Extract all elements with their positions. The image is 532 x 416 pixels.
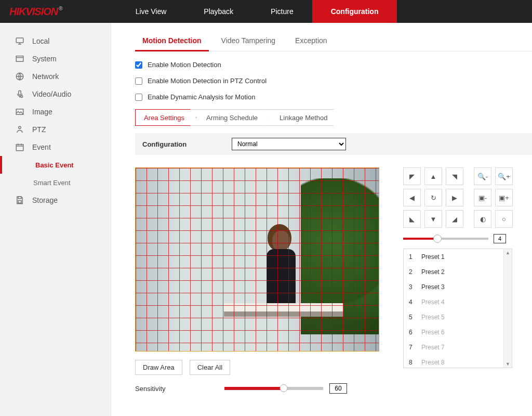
svg-rect-9 [18,201,21,203]
ptz-down-left[interactable]: ◣ [403,210,421,228]
zoom-out-button[interactable]: 🔍- [474,167,491,185]
checkbox-label: Enable Dynamic Analysis for Motion [148,93,255,101]
sidebar-item-storage[interactable]: Storage [0,191,111,209]
ptz-down-right[interactable]: ◢ [446,210,463,228]
step-area-settings[interactable]: Area Settings [135,109,196,126]
panel-collapse-handle[interactable]: ◀ [379,248,379,273]
checkbox-input[interactable] [135,61,142,69]
scroll-up-icon[interactable]: ▲ [504,249,512,256]
focus-near-icon: ▣- [478,194,487,202]
preset-item[interactable]: 7Preset 7 [404,340,512,355]
nav-playback[interactable]: Playback [185,0,252,23]
preset-number: 1 [409,253,421,261]
checkbox-enable-motion[interactable]: Enable Motion Detection [135,61,532,69]
zoom-in-button[interactable]: 🔍+ [495,167,513,185]
sidebar-item-image[interactable]: Image [0,103,111,121]
ptz-icon [15,124,25,135]
preset-number: 8 [409,359,421,366]
preset-item[interactable]: 8Preset 8 [404,355,512,368]
sensitivity-slider[interactable] [224,387,323,390]
ptz-speed-knob[interactable] [433,235,442,243]
svg-rect-8 [18,197,21,199]
ptz-left[interactable]: ◀ [403,189,421,206]
ptz-auto[interactable]: ↻ [424,189,442,206]
iris-close-icon: ◐ [480,215,486,223]
preset-item[interactable]: 6Preset 6 [404,324,512,340]
zoom-in-icon: 🔍+ [498,173,510,180]
preset-item[interactable]: 5Preset 5 [404,309,512,324]
configuration-select[interactable]: Normal [232,138,346,150]
nav-picture[interactable]: Picture [252,0,312,23]
svg-rect-7 [16,145,23,151]
tab-motion-detection[interactable]: Motion Detection [135,33,209,51]
main-panel: Motion Detection Video Tampering Excepti… [111,23,532,416]
svg-rect-3 [19,90,21,95]
brand-registered: ® [59,6,62,11]
preset-number: 5 [409,314,421,321]
sidebar-label: Storage [32,196,58,204]
sensitivity-value: 60 [329,383,347,394]
sidebar-item-video-audio[interactable]: Video/Audio [0,85,111,103]
ptz-up[interactable]: ▲ [424,167,442,185]
globe-icon [15,71,25,82]
draw-area-button[interactable]: Draw Area [135,360,182,375]
focus-far-button[interactable]: ▣+ [495,189,513,206]
sidebar-item-network[interactable]: Network [0,68,111,85]
sidebar-item-local[interactable]: Local [0,32,111,50]
checkbox-enable-motion-ptz[interactable]: Enable Motion Detection in PTZ Control [135,77,532,85]
checkbox-label: Enable Motion Detection in PTZ Control [148,77,267,85]
preset-label: Preset 1 [421,253,445,261]
clear-all-button[interactable]: Clear All [190,360,230,375]
checkbox-input[interactable] [135,77,142,85]
top-nav: HIKVISION ® Live View Playback Picture C… [0,0,532,23]
preset-label: Preset 7 [421,344,445,351]
preset-item[interactable]: 4Preset 4 [404,294,512,309]
monitor-icon [15,36,25,46]
sidebar-label: System [32,55,57,63]
sidebar-item-ptz[interactable]: PTZ [0,121,111,138]
checkbox-input[interactable] [135,94,142,101]
video-preview[interactable]: ◀ [135,167,379,352]
ptz-right[interactable]: ▶ [446,189,463,206]
tab-exception[interactable]: Exception [288,33,334,51]
focus-far-icon: ▣+ [499,194,509,202]
event-tabs: Motion Detection Video Tampering Excepti… [135,33,532,51]
ptz-down[interactable]: ▼ [424,210,442,228]
preset-number: 4 [409,298,421,306]
step-linkage-method[interactable]: Linkage Method [263,109,340,126]
ptz-speed-value: 4 [494,234,506,243]
zoom-out-icon: 🔍- [477,173,488,180]
preset-item[interactable]: 1Preset 1 [404,249,512,264]
brand-name: HIKVISION [9,6,58,18]
preset-item[interactable]: 3Preset 3 [404,279,512,294]
ptz-up-left[interactable]: ◤ [403,167,421,185]
mic-icon [15,89,25,99]
ptz-speed-slider[interactable] [403,238,488,240]
preset-item[interactable]: 2Preset 2 [404,264,512,279]
sensitivity-knob[interactable] [280,384,288,392]
iris-close-button[interactable]: ◐ [474,210,491,228]
calendar-icon [15,142,25,152]
ptz-lens-grid: 🔍- 🔍+ ▣- ▣+ ◐ ○ [474,167,513,228]
checkbox-enable-dynamic[interactable]: Enable Dynamic Analysis for Motion [135,93,532,101]
ptz-up-right[interactable]: ◥ [446,167,463,185]
preset-label: Preset 2 [421,268,445,276]
scroll-down-icon[interactable]: ▼ [504,360,512,368]
sidebar-item-system[interactable]: System [0,50,111,68]
system-icon [15,54,25,64]
tab-video-tampering[interactable]: Video Tampering [214,33,283,51]
step-arming-schedule[interactable]: Arming Schedule [190,109,270,126]
sidebar-item-basic-event[interactable]: Basic Event [0,156,111,174]
configuration-label: Configuration [142,140,232,148]
iris-open-button[interactable]: ○ [495,210,513,228]
focus-near-button[interactable]: ▣- [474,189,491,206]
preset-number: 7 [409,344,421,351]
sidebar-label: Image [32,108,52,116]
preset-scrollbar[interactable]: ▲ ▼ [503,249,512,368]
sidebar-item-event[interactable]: Event [0,138,111,156]
sidebar-label: Local [32,37,49,45]
nav-configuration[interactable]: Configuration [312,0,397,23]
sidebar-item-smart-event[interactable]: Smart Event [0,174,111,191]
sidebar: Local System Network Video/Audio Image P… [0,23,111,416]
nav-live-view[interactable]: Live View [117,0,185,23]
